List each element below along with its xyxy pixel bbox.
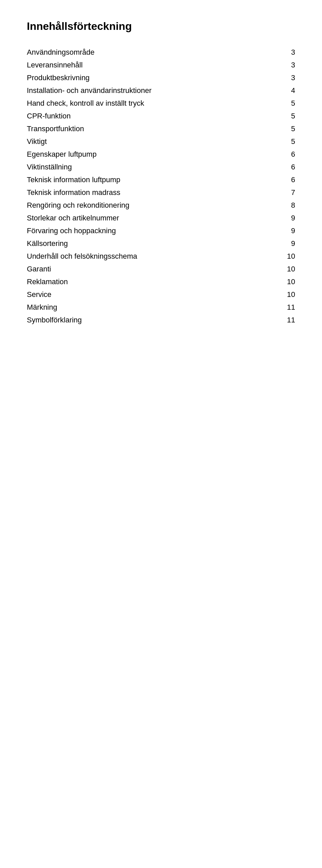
- toc-item-label: Transportfunktion: [27, 122, 255, 135]
- toc-item-page: 11: [255, 301, 295, 314]
- toc-row: Leveransinnehåll3: [27, 59, 295, 71]
- toc-item-label: Hand check, kontroll av inställt tryck: [27, 97, 255, 110]
- toc-item-label: Symbolförklaring: [27, 314, 255, 327]
- toc-item-label: Märkning: [27, 301, 255, 314]
- toc-item-page: 11: [255, 314, 295, 327]
- toc-item-page: 10: [255, 288, 295, 301]
- toc-table: Användningsområde3Leveransinnehåll3Produ…: [27, 46, 295, 327]
- toc-item-page: 3: [255, 46, 295, 59]
- toc-item-page: 10: [255, 276, 295, 288]
- toc-item-page: 5: [255, 110, 295, 122]
- toc-item-label: Underhåll och felsökningsschema: [27, 250, 255, 263]
- toc-item-page: 8: [255, 199, 295, 212]
- toc-item-label: Teknisk information luftpump: [27, 174, 255, 186]
- toc-item-label: Rengöring och rekonditionering: [27, 199, 255, 212]
- toc-item-page: 5: [255, 135, 295, 148]
- toc-row: Märkning11: [27, 301, 295, 314]
- toc-item-label: Storlekar och artikelnummer: [27, 212, 255, 224]
- toc-item-page: 9: [255, 212, 295, 224]
- toc-row: Rengöring och rekonditionering8: [27, 199, 295, 212]
- toc-item-label: Egenskaper luftpump: [27, 148, 255, 161]
- toc-item-label: Installation- och användarinstruktioner: [27, 84, 255, 97]
- toc-item-label: Service: [27, 288, 255, 301]
- toc-item-page: 10: [255, 263, 295, 276]
- toc-row: CPR-funktion5: [27, 110, 295, 122]
- toc-row: Reklamation10: [27, 276, 295, 288]
- toc-item-page: 9: [255, 237, 295, 250]
- toc-item-label: CPR-funktion: [27, 110, 255, 122]
- toc-row: Användningsområde3: [27, 46, 295, 59]
- toc-item-label: Reklamation: [27, 276, 255, 288]
- toc-item-label: Viktigt: [27, 135, 255, 148]
- toc-item-label: Teknisk information madrass: [27, 186, 255, 199]
- toc-item-label: Användningsområde: [27, 46, 255, 59]
- toc-item-page: 3: [255, 71, 295, 84]
- toc-row: Förvaring och hoppackning9: [27, 224, 295, 237]
- toc-item-label: Källsortering: [27, 237, 255, 250]
- toc-row: Symbolförklaring11: [27, 314, 295, 327]
- toc-item-page: 10: [255, 250, 295, 263]
- toc-row: Storlekar och artikelnummer9: [27, 212, 295, 224]
- toc-row: Underhåll och felsökningsschema10: [27, 250, 295, 263]
- toc-item-label: Leveransinnehåll: [27, 59, 255, 71]
- toc-item-page: 5: [255, 97, 295, 110]
- toc-item-page: 7: [255, 186, 295, 199]
- toc-row: Viktinställning6: [27, 161, 295, 174]
- toc-row: Teknisk information madrass7: [27, 186, 295, 199]
- toc-item-label: Garanti: [27, 263, 255, 276]
- toc-item-page: 3: [255, 59, 295, 71]
- toc-row: Källsortering9: [27, 237, 295, 250]
- toc-row: Transportfunktion5: [27, 122, 295, 135]
- toc-row: Service10: [27, 288, 295, 301]
- toc-item-label: Produktbeskrivning: [27, 71, 255, 84]
- toc-row: Installation- och användarinstruktioner4: [27, 84, 295, 97]
- toc-item-label: Förvaring och hoppackning: [27, 224, 255, 237]
- toc-item-page: 5: [255, 122, 295, 135]
- toc-item-label: Viktinställning: [27, 161, 255, 174]
- toc-row: Egenskaper luftpump6: [27, 148, 295, 161]
- toc-row: Produktbeskrivning3: [27, 71, 295, 84]
- toc-row: Teknisk information luftpump6: [27, 174, 295, 186]
- toc-row: Hand check, kontroll av inställt tryck5: [27, 97, 295, 110]
- page-title: Innehållsförteckning: [27, 20, 295, 33]
- toc-item-page: 6: [255, 174, 295, 186]
- toc-row: Viktigt5: [27, 135, 295, 148]
- toc-item-page: 6: [255, 148, 295, 161]
- toc-item-page: 4: [255, 84, 295, 97]
- toc-item-page: 9: [255, 224, 295, 237]
- page-wrapper: Innehållsförteckning Användningsområde3L…: [27, 20, 295, 868]
- toc-row: Garanti10: [27, 263, 295, 276]
- toc-item-page: 6: [255, 161, 295, 174]
